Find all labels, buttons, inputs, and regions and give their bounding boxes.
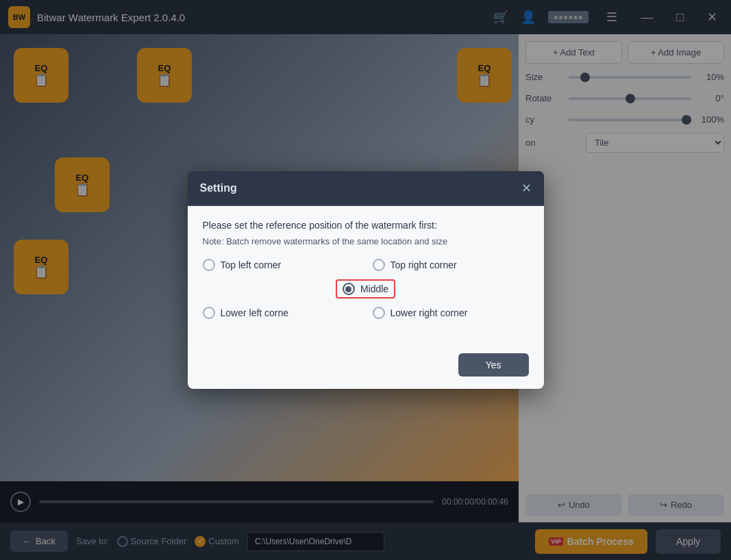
radio-lower-right[interactable] <box>373 307 385 319</box>
radio-top-left[interactable] <box>203 259 215 271</box>
radio-middle[interactable] <box>343 283 355 295</box>
radio-top-right[interactable] <box>373 259 385 271</box>
modal-close-button[interactable]: ✕ <box>521 181 532 196</box>
option-lower-right[interactable]: Lower right corner <box>373 307 529 319</box>
modal-options: Top left corner Top right corner Middle <box>203 259 529 319</box>
modal-instruction: Please set the reference position of the… <box>203 220 529 231</box>
modal-footer: Yes <box>188 346 544 389</box>
option-top-left-label: Top left corner <box>221 259 282 270</box>
option-top-right[interactable]: Top right corner <box>373 259 529 271</box>
modal-overlay: Setting ✕ Please set the reference posit… <box>0 0 731 560</box>
radio-lower-left[interactable] <box>203 307 215 319</box>
option-lower-right-label: Lower right corner <box>391 307 468 318</box>
setting-modal: Setting ✕ Please set the reference posit… <box>188 171 544 389</box>
radio-middle-dot <box>345 286 351 292</box>
option-middle[interactable]: Middle <box>336 279 395 298</box>
option-lower-left-label: Lower left corne <box>221 307 289 318</box>
modal-title: Setting <box>200 182 237 194</box>
option-top-left[interactable]: Top left corner <box>203 259 359 271</box>
modal-header: Setting ✕ <box>188 171 544 206</box>
modal-body: Please set the reference position of the… <box>188 206 544 346</box>
yes-button[interactable]: Yes <box>458 353 529 377</box>
option-lower-left[interactable]: Lower left corne <box>203 307 359 319</box>
option-middle-label: Middle <box>360 283 388 294</box>
option-top-right-label: Top right corner <box>391 259 457 270</box>
modal-note: Note: Batch remove watermarks of the sam… <box>203 236 529 246</box>
